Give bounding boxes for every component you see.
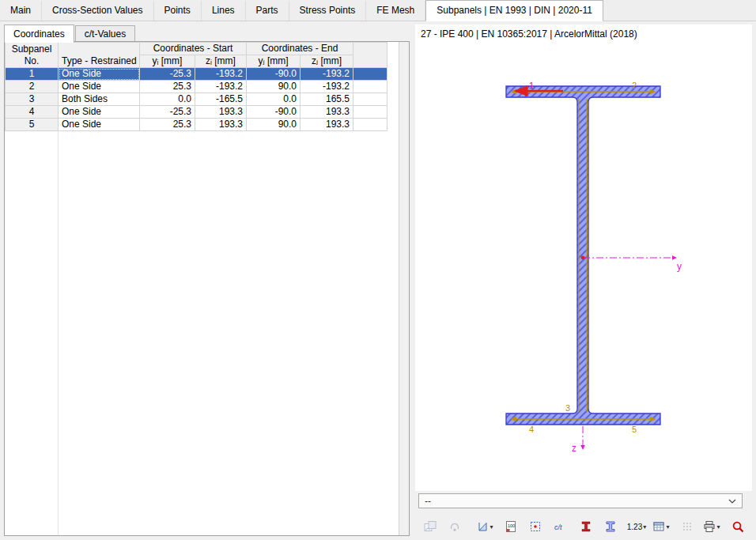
ibeam-blue-icon: [604, 520, 617, 533]
header-group-start: Coordinates - Start: [140, 43, 247, 55]
axis-label-z: z: [572, 443, 576, 454]
zj-cell[interactable]: 193.3: [301, 119, 353, 131]
subpanel-table: Subpanel No. Type - Restrained Coordinat…: [5, 42, 387, 131]
ct-parts-button[interactable]: c/t: [548, 516, 572, 537]
yj-cell[interactable]: 90.0: [247, 81, 301, 93]
table-row[interactable]: 4One Side-25.3193.3-90.0193.3: [6, 106, 387, 119]
tab-parts[interactable]: Parts: [246, 1, 289, 21]
section-filled-button[interactable]: [574, 516, 598, 537]
header-zj: zⱼ [mm]: [301, 55, 353, 68]
subpanel-label-5: 5: [632, 425, 637, 434]
scrollbar-gutter[interactable]: [399, 42, 409, 535]
tab-fe-mesh[interactable]: FE Mesh: [366, 1, 425, 21]
yj-cell[interactable]: 90.0: [247, 119, 301, 131]
subpanel-table-body: 1One Side-25.3-193.2-90.0-193.22One Side…: [6, 68, 387, 131]
table-row[interactable]: 3Both Sides0.0-165.50.0165.5: [6, 93, 387, 106]
type-cell[interactable]: One Side: [59, 81, 140, 93]
yj-cell[interactable]: 0.0: [247, 93, 301, 106]
tab-stress-points[interactable]: Stress Points: [289, 1, 367, 21]
type-cell[interactable]: One Side: [59, 106, 140, 119]
tab-cross-section-values[interactable]: Cross-Section Values: [42, 1, 154, 21]
dropdown-arrow-icon: ▾: [490, 523, 493, 531]
pad-cell[interactable]: [353, 106, 387, 119]
print-button[interactable]: ▾: [700, 516, 724, 537]
section-title: 27 - IPE 400 | EN 10365:2017 | ArcelorMi…: [421, 28, 637, 40]
full-view-100-button[interactable]: 100: [499, 516, 523, 537]
type-cell[interactable]: Both Sides: [59, 93, 140, 106]
subtab-bar: Coordinatesc/t-Values: [4, 25, 410, 42]
ibeam-shape[interactable]: [506, 86, 660, 425]
row-no-cell[interactable]: 4: [6, 106, 59, 119]
preview-toolbar: ▾ 100 c/t: [418, 515, 750, 538]
yi-cell[interactable]: 25.3: [140, 81, 195, 93]
yj-cell[interactable]: -90.0: [247, 106, 301, 119]
yi-cell[interactable]: 25.3: [140, 119, 195, 131]
type-cell[interactable]: One Side: [59, 68, 140, 81]
zoom-selection-button[interactable]: [726, 516, 750, 537]
dropdown-arrow-icon: ▾: [643, 523, 646, 531]
zi-cell[interactable]: -165.5: [195, 93, 247, 106]
left-panel: Coordinatesc/t-Values Subpanel No. Type …: [4, 25, 410, 536]
pictures-icon: [424, 520, 437, 533]
cross-section-drawing[interactable]: 1 2 3 4 5 y z: [415, 25, 752, 491]
tab-main[interactable]: Main: [0, 1, 42, 21]
zj-cell[interactable]: -193.2: [301, 68, 353, 81]
zi-cell[interactable]: -193.2: [195, 81, 247, 93]
dot-grid-icon: [681, 520, 694, 533]
type-cell[interactable]: One Side: [59, 119, 140, 131]
row-no-cell[interactable]: 5: [6, 119, 59, 131]
stress-case-combobox[interactable]: --: [418, 493, 743, 508]
decimal-places-button[interactable]: 1.23 ▾: [625, 516, 648, 537]
subpanel-label-3: 3: [565, 403, 570, 413]
tab-lines[interactable]: Lines: [202, 1, 246, 21]
header-type: Type - Restrained: [59, 43, 140, 68]
yi-cell[interactable]: 0.0: [140, 93, 195, 106]
pad-cell[interactable]: [353, 93, 387, 106]
stress-diagram-icon: [476, 520, 489, 533]
save-picture-button: [418, 516, 442, 537]
table-row[interactable]: 2One Side25.3-193.290.0-193.2: [6, 81, 387, 93]
yi-cell[interactable]: -25.3: [140, 106, 195, 119]
subpanel-label-1: 1: [529, 81, 534, 90]
axis-label-y: y: [677, 261, 682, 272]
decimal-123-icon: 1.23: [627, 523, 642, 531]
copy-picture-button: [443, 516, 467, 537]
zi-cell[interactable]: 193.3: [195, 106, 247, 119]
zj-cell[interactable]: -193.2: [301, 81, 353, 93]
subtab-coordinates[interactable]: Coordinates: [4, 25, 74, 43]
header-group-end: Coordinates - End: [247, 43, 353, 55]
chevron-down-icon: [728, 499, 736, 504]
tab-points[interactable]: Points: [154, 1, 202, 21]
row-no-cell[interactable]: 2: [6, 81, 59, 93]
combobox-value: --: [425, 496, 728, 507]
table-settings-button[interactable]: ▾: [649, 516, 673, 537]
yj-cell[interactable]: -90.0: [247, 68, 301, 81]
ibeam-red-icon: [580, 520, 592, 533]
zi-cell[interactable]: 193.3: [195, 119, 247, 131]
header-yj: yⱼ [mm]: [247, 55, 301, 68]
pad-cell[interactable]: [353, 119, 387, 131]
tab-subpanels-en-1993-din-2020-11[interactable]: Subpanels | EN 1993 | DIN | 2020-11: [425, 0, 603, 21]
dot-grid-button: [675, 516, 699, 537]
subtab-c-t-values[interactable]: c/t-Values: [75, 25, 135, 42]
zi-cell[interactable]: -193.2: [195, 68, 247, 81]
yi-cell[interactable]: -25.3: [140, 68, 195, 81]
header-yi: yᵢ [mm]: [140, 55, 195, 68]
row-no-cell[interactable]: 3: [6, 93, 59, 106]
svg-text:100: 100: [508, 523, 515, 528]
preview-bottom-bar: --: [415, 491, 752, 540]
zj-cell[interactable]: 193.3: [301, 106, 353, 119]
row-no-cell[interactable]: 1: [6, 68, 59, 81]
pad-cell[interactable]: [353, 81, 387, 93]
stress-diagram-button[interactable]: ▾: [473, 516, 497, 537]
centroid-point: [581, 256, 585, 260]
stress-points-button[interactable]: [524, 516, 547, 537]
subpanel-label-2: 2: [632, 81, 637, 90]
pad-cell[interactable]: [353, 68, 387, 81]
table-row[interactable]: 5One Side25.3193.390.0193.3: [6, 119, 387, 131]
section-outline-button[interactable]: [599, 516, 622, 537]
svg-text:c/t: c/t: [554, 523, 562, 531]
zj-cell[interactable]: 165.5: [301, 93, 353, 106]
section-preview-panel: 27 - IPE 400 | EN 10365:2017 | ArcelorMi…: [415, 25, 752, 540]
table-row[interactable]: 1One Side-25.3-193.2-90.0-193.2: [6, 68, 387, 81]
